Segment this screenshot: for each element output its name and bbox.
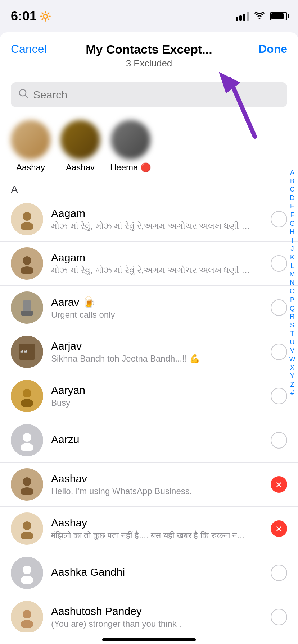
contact-radio[interactable]: [271, 432, 287, 448]
contact-name: Aarzu: [51, 433, 271, 446]
excluded-name-3: Heema 🔴: [110, 162, 151, 172]
contact-name: Aashka Gandhi: [51, 566, 271, 578]
contact-radio[interactable]: [271, 565, 287, 581]
contact-info: Aaryan Busy: [51, 384, 271, 408]
status-dynamic-island-icon: 🔆: [40, 11, 51, 22]
contact-name: Aagam: [51, 252, 271, 264]
excluded-count: 3 Excluded: [11, 58, 287, 69]
svg-point-14: [23, 433, 31, 442]
alpha-V[interactable]: V: [288, 347, 297, 355]
svg-point-7: [21, 266, 33, 274]
contact-item[interactable]: Aashka Gandhi: [0, 551, 298, 595]
contact-item[interactable]: Aagam મોઝ માં રેવું, મોઝ માં રેવું રે,અગ…: [0, 242, 298, 286]
done-button[interactable]: Done: [258, 42, 287, 56]
contact-info: Aarjav Sikhna Bandh toh Jeetna Bandh...!…: [51, 340, 271, 364]
excluded-contact-1: Aashay: [11, 120, 50, 172]
alpha-C[interactable]: C: [288, 186, 297, 194]
status-icons: [236, 11, 287, 22]
svg-point-19: [21, 532, 33, 539]
search-input[interactable]: [33, 89, 280, 101]
contact-name: Aashay: [51, 517, 271, 529]
search-bar[interactable]: [11, 82, 287, 107]
contact-radio[interactable]: [271, 609, 287, 625]
alpha-hash[interactable]: #: [288, 389, 297, 397]
alpha-H[interactable]: H: [288, 228, 297, 236]
alpha-Y[interactable]: Y: [288, 372, 297, 380]
contact-info: Aashay मंझिलो का तो कुछ पता नहीं है.... …: [51, 517, 271, 540]
contact-status: मंझिलो का तो कुछ पता नहीं है.... बस यही …: [51, 530, 253, 540]
alpha-E[interactable]: E: [288, 203, 297, 211]
excluded-badge[interactable]: [271, 476, 287, 493]
alpha-P[interactable]: P: [288, 296, 297, 304]
contact-list: Aagam મોઝ માં રેવું, મોઝ માં રેવું રે,અગ…: [0, 197, 298, 644]
contact-radio[interactable]: [271, 211, 287, 227]
contact-radio[interactable]: [271, 255, 287, 272]
cancel-button[interactable]: Cancel: [11, 42, 47, 56]
excluded-name-1: Aashay: [16, 162, 45, 172]
contact-item[interactable]: Aaryan Busy: [0, 374, 298, 418]
contact-item[interactable]: Aagam મોઝ માં રેવું, મોઝ માં રેવું રે,અગ…: [0, 197, 298, 242]
alpha-Q[interactable]: Q: [288, 305, 297, 313]
contact-item[interactable]: Aarzu: [0, 418, 298, 463]
alpha-X[interactable]: X: [288, 364, 297, 372]
modal-header: Cancel My Contacts Except... 3 Excluded …: [0, 32, 298, 75]
contact-status: Sikhna Bandh toh Jeetna Bandh...!! 💪: [51, 354, 253, 364]
alpha-B[interactable]: B: [288, 178, 297, 185]
alpha-Z[interactable]: Z: [288, 381, 297, 389]
contact-item[interactable]: Aashay मंझिलो का तो कुछ पता नहीं है.... …: [0, 507, 298, 551]
alpha-L[interactable]: L: [288, 262, 297, 270]
alpha-U[interactable]: U: [288, 339, 297, 346]
contact-status: (You are) stronger than you think .: [51, 619, 253, 629]
modal-title: My Contacts Except...: [11, 42, 287, 56]
alpha-K[interactable]: K: [288, 254, 297, 262]
alpha-S[interactable]: S: [288, 322, 297, 330]
contact-avatar: [11, 601, 43, 633]
alpha-A[interactable]: A: [288, 169, 297, 177]
home-indicator: [0, 632, 298, 644]
status-time: 6:01: [11, 9, 37, 24]
svg-point-16: [23, 477, 31, 486]
alpha-W[interactable]: W: [288, 355, 297, 363]
alpha-G[interactable]: G: [288, 220, 297, 228]
alphabet-index[interactable]: A B C D E F G H I J K L M N O P Q R S T …: [288, 169, 297, 397]
contact-avatar: [11, 380, 43, 412]
contact-radio[interactable]: [271, 388, 287, 404]
alpha-J[interactable]: J: [288, 245, 297, 253]
contact-name: Aashutosh Pandey: [51, 605, 271, 617]
contact-radio[interactable]: [271, 344, 287, 360]
alpha-T[interactable]: T: [288, 330, 297, 338]
contact-item[interactable]: Aarav 🍺 Urgent calls only: [0, 286, 298, 330]
svg-point-17: [21, 487, 33, 495]
alpha-M[interactable]: M: [288, 271, 297, 279]
svg-point-4: [23, 212, 31, 221]
svg-point-22: [23, 610, 31, 618]
contact-avatar: [11, 512, 43, 545]
contact-avatar: [11, 291, 43, 324]
contact-item[interactable]: Aashav Hello. I'm using WhatsApp Busines…: [0, 463, 298, 507]
contact-status: મોઝ માં રેવું, મોઝ માં રેવું રે,અગમ અગોચ…: [51, 265, 253, 275]
contact-radio[interactable]: [271, 299, 287, 316]
svg-point-13: [21, 399, 33, 407]
alpha-F[interactable]: F: [288, 211, 297, 219]
excluded-contact-3: Heema 🔴: [110, 120, 151, 172]
alpha-D[interactable]: D: [288, 194, 297, 202]
svg-point-5: [21, 222, 33, 230]
status-bar: 6:01 🔆: [0, 0, 298, 32]
alpha-O[interactable]: O: [288, 288, 297, 295]
section-header-a: A: [0, 180, 298, 197]
contact-info: Aashutosh Pandey (You are) stronger than…: [51, 605, 271, 629]
contact-avatar: [11, 203, 43, 235]
alpha-N[interactable]: N: [288, 279, 297, 287]
contact-item[interactable]: ❝❝ Aarjav Sikhna Bandh toh Jeetna Bandh.…: [0, 330, 298, 374]
contact-status: Busy: [51, 398, 253, 408]
search-icon: [18, 88, 29, 101]
contact-info: Aarav 🍺 Urgent calls only: [51, 296, 271, 320]
svg-text:❝❝: ❝❝: [20, 349, 28, 357]
alpha-I[interactable]: I: [288, 237, 297, 245]
svg-point-6: [23, 256, 31, 265]
contact-avatar: [11, 557, 43, 589]
alpha-R[interactable]: R: [288, 313, 297, 321]
excluded-badge[interactable]: [271, 520, 287, 537]
excluded-name-2: Aashav: [66, 162, 95, 172]
contact-info: Aarzu: [51, 433, 271, 447]
